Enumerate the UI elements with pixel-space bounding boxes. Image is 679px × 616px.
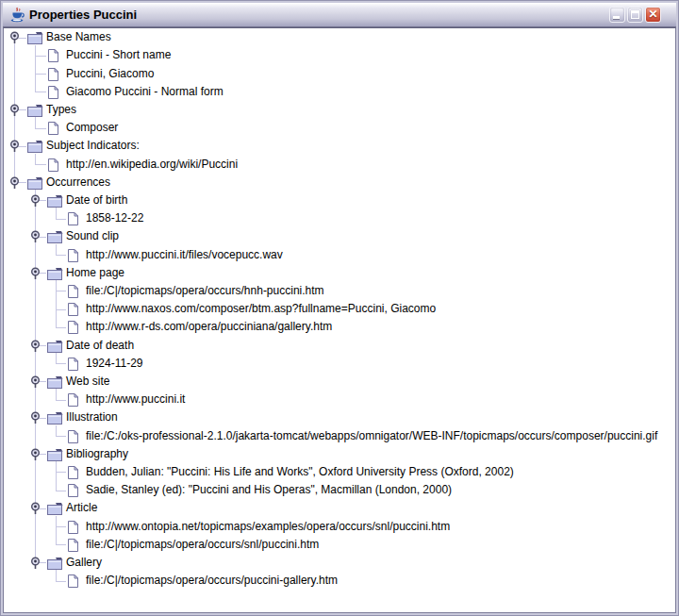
tree-node[interactable]: Article — [4, 499, 675, 517]
minimize-icon — [613, 16, 620, 19]
tree-node[interactable]: http://www.puccini.it — [4, 391, 675, 408]
topic-properties-tree: Base NamesPuccini - Short namePuccini, G… — [4, 28, 675, 612]
close-icon: ✕ — [646, 8, 660, 22]
minimize-button[interactable] — [609, 7, 625, 23]
tree-node-label: file:/C:/oks-professional-2.1.0/jakarta-… — [86, 428, 657, 443]
expand-handle-icon[interactable] — [9, 31, 18, 44]
tree-node-label: file:/C|/topicmaps/opera/occurs/puccini-… — [86, 573, 338, 588]
tree-node-label: http://www.puccini.it/files/vocepucc.wav — [86, 247, 283, 262]
tree-node-label: Date of death — [66, 338, 134, 353]
tree-node[interactable]: file:/C:/oks-professional-2.1.0/jakarta-… — [4, 427, 675, 445]
tree-node[interactable]: http://en.wikipedia.org/wiki/Puccini — [4, 156, 675, 174]
tree-node[interactable]: file:/C|/topicmaps/opera/occurs/puccini-… — [4, 572, 675, 590]
expand-handle-icon[interactable] — [30, 267, 39, 280]
tree-node-label: file:/C|/topicmaps/opera/occurs/snl/pucc… — [86, 537, 319, 552]
expand-handle-icon[interactable] — [30, 230, 39, 243]
expand-handle-icon[interactable] — [30, 557, 39, 570]
tree-node-label: Illustration — [66, 409, 118, 425]
tree-node-label: Article — [66, 500, 97, 515]
tree-node-label: http://www.puccini.it — [86, 391, 185, 407]
tree-node[interactable]: http://www.puccini.it/files/vocepucc.wav — [4, 246, 675, 264]
maximize-icon — [631, 10, 639, 19]
tree-node[interactable]: http://www.r-ds.com/opera/pucciniana/gal… — [4, 318, 675, 336]
expand-handle-icon[interactable] — [30, 375, 39, 389]
java-coffee-cup-icon — [8, 7, 25, 24]
tree-node-label: Puccini - Short name — [66, 47, 171, 62]
tree-node-label: Home page — [66, 265, 124, 280]
expand-handle-icon[interactable] — [9, 176, 18, 190]
tree-node[interactable]: http://www.naxos.com/composer/btm.asp?fu… — [4, 300, 675, 318]
tree-node-label: Date of birth — [66, 192, 127, 208]
expand-handle-icon[interactable] — [30, 411, 39, 425]
tree-node-label: 1924-11-29 — [86, 356, 143, 371]
tree-node[interactable]: Date of birth — [4, 191, 675, 209]
tree-node-label: file:/C|/topicmaps/opera/occurs/hnh-pucc… — [86, 283, 324, 298]
tree-node[interactable]: Subject Indicators: — [4, 137, 675, 155]
tree-node-label: Sound clip — [66, 228, 119, 243]
expand-handle-icon[interactable] — [9, 140, 18, 153]
tree-node[interactable]: Budden, Julian: "Puccini: His Life and W… — [4, 463, 675, 481]
tree-node-label: Subject Indicators: — [46, 138, 140, 153]
tree-node-label: Occurrences — [46, 175, 110, 190]
properties-window: Properties Puccini ✕ Base NamesPuccini -… — [0, 0, 679, 616]
tree-node[interactable]: http://www.ontopia.net/topicmaps/example… — [4, 518, 675, 536]
tree-node[interactable]: Illustration — [4, 408, 675, 426]
tree-node[interactable]: Types — [4, 101, 675, 119]
tree-node[interactable]: Puccini, Giacomo — [4, 65, 675, 83]
tree-node[interactable]: Composer — [4, 119, 675, 137]
tree-node-label: http://www.r-ds.com/opera/pucciniana/gal… — [86, 319, 332, 334]
tree-node[interactable]: Bibliography — [4, 445, 675, 463]
tree-node[interactable]: 1858-12-22 — [4, 209, 675, 227]
tree-node-label: Sadie, Stanley (ed): "Puccini and His Op… — [86, 482, 452, 497]
expand-handle-icon[interactable] — [30, 340, 39, 353]
tree-node-label: Budden, Julian: "Puccini: His Life and W… — [86, 464, 514, 479]
expand-handle-icon[interactable] — [30, 502, 39, 515]
tree-node-label: Types — [46, 102, 76, 117]
document-icon — [67, 574, 79, 592]
tree-node-label: Puccini, Giacomo — [66, 66, 154, 81]
expand-handle-icon[interactable] — [30, 194, 39, 208]
tree-node-label: Web site — [66, 374, 109, 389]
tree-node[interactable]: Sadie, Stanley (ed): "Puccini and His Op… — [4, 481, 675, 499]
properties-panel: Base NamesPuccini - Short namePuccini, G… — [3, 27, 676, 613]
tree-node[interactable]: file:/C|/topicmaps/opera/occurs/snl/pucc… — [4, 536, 675, 554]
tree-node[interactable]: Home page — [4, 264, 675, 282]
tree-node-label: http://www.ontopia.net/topicmaps/example… — [86, 519, 450, 534]
tree-node[interactable]: Giacomo Puccini - Normal form — [4, 83, 675, 101]
tree-node-label: Giacomo Puccini - Normal form — [66, 84, 224, 99]
expand-handle-icon[interactable] — [30, 448, 39, 461]
tree-node-label: http://www.naxos.com/composer/btm.asp?fu… — [86, 301, 436, 316]
tree-node[interactable]: 1924-11-29 — [4, 355, 675, 373]
tree-node[interactable]: Gallery — [4, 554, 675, 572]
tree-node[interactable]: Web site — [4, 373, 675, 391]
tree-node-label: http://en.wikipedia.org/wiki/Puccini — [66, 157, 238, 172]
titlebar[interactable]: Properties Puccini ✕ — [3, 3, 676, 27]
window-title: Properties Puccini — [29, 8, 609, 22]
tree-node[interactable]: Base Names — [4, 28, 675, 46]
tree-node-label: Base Names — [46, 29, 111, 44]
close-button[interactable]: ✕ — [645, 7, 661, 23]
tree-node-label: Bibliography — [66, 446, 128, 461]
tree-node[interactable]: Sound clip — [4, 227, 675, 245]
tree-node[interactable]: Occurrences — [4, 174, 675, 191]
tree-node[interactable]: Puccini - Short name — [4, 46, 675, 64]
expand-handle-icon[interactable] — [9, 104, 18, 117]
tree-node-label: Gallery — [66, 555, 102, 570]
tree-node[interactable]: Date of death — [4, 337, 675, 355]
maximize-button[interactable] — [627, 7, 643, 23]
tree-node[interactable]: file:/C|/topicmaps/opera/occurs/hnh-pucc… — [4, 282, 675, 300]
tree-node-label: Composer — [66, 120, 118, 135]
tree-node-label: 1858-12-22 — [86, 210, 143, 225]
window-controls: ✕ — [609, 7, 661, 23]
